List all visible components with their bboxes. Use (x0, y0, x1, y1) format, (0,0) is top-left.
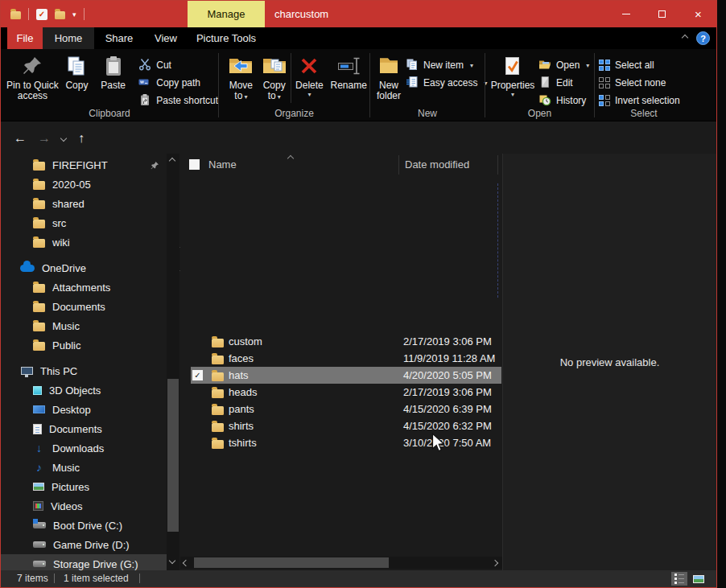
file-row-custom[interactable]: custom 2/17/2019 3:06 PM (191, 333, 501, 350)
delete-icon (299, 51, 320, 80)
sidebar-item-public[interactable]: Public (1, 335, 167, 355)
dropdown-icon: ▾ (511, 91, 514, 98)
select-all-button[interactable]: Select all (599, 56, 680, 74)
file-row-faces[interactable]: faces 11/9/2019 11:28 AM (191, 350, 501, 367)
sidebar-item-videos[interactable]: Videos (1, 496, 167, 516)
column-separator[interactable] (497, 155, 498, 175)
new-folder-icon (377, 51, 401, 80)
row-checkbox-checked[interactable]: ✓ (192, 370, 203, 380)
sidebar-item-attachments[interactable]: Attachments (1, 278, 167, 297)
copy-to-button[interactable]: Copy to▾ (258, 51, 291, 102)
sidebar-item-wiki[interactable]: wiki (1, 232, 167, 252)
copy-button[interactable]: Copy (60, 51, 94, 91)
easy-access-button[interactable]: Easy access ▾ (406, 74, 487, 92)
file-row-tshirts[interactable]: tshirts 3/10/2020 7:50 AM (191, 434, 501, 451)
horizontal-scrollbar[interactable] (180, 557, 502, 569)
drive-icon (33, 522, 46, 528)
collapse-ribbon-icon[interactable] (682, 35, 688, 41)
open-button[interactable]: Open ▾ (538, 56, 589, 74)
sidebar-item-pictures[interactable]: Pictures (1, 477, 167, 496)
tab-home[interactable]: Home (43, 27, 94, 49)
minimize-button[interactable] (608, 1, 644, 27)
sidebar-scrollbar[interactable] (167, 154, 179, 570)
scroll-down-icon[interactable] (169, 557, 175, 564)
qat-new-folder-icon[interactable] (55, 11, 65, 19)
up-button[interactable]: ↑ (72, 122, 91, 154)
music-note-icon: ♪ (33, 461, 45, 474)
scroll-right-icon[interactable] (492, 560, 498, 566)
pin-icon (21, 51, 43, 80)
select-none-button[interactable]: Select none (599, 74, 680, 92)
scroll-up-icon[interactable] (169, 158, 175, 164)
scrollbar-thumb[interactable] (167, 379, 179, 532)
rename-button[interactable]: Rename (328, 51, 369, 91)
file-row-shirts[interactable]: shirts 4/15/2020 6:32 PM (191, 417, 501, 434)
scroll-left-icon[interactable] (183, 560, 189, 566)
qat-folder-icon[interactable] (10, 11, 21, 19)
sidebar-item-onedrive[interactable]: OneDrive (1, 258, 167, 278)
dropdown-icon: ▾ (586, 62, 589, 69)
forward-button[interactable]: → (35, 122, 54, 154)
sidebar-item-documents[interactable]: Documents (1, 419, 167, 438)
manage-contextual-tab[interactable]: Manage (188, 1, 265, 27)
thumbnails-view-button[interactable] (691, 572, 707, 586)
invert-selection-button[interactable]: Invert selection (599, 92, 680, 109)
move-to-button[interactable]: Move to▾ (224, 51, 258, 102)
sidebar-item-music-onedrive[interactable]: Music (1, 316, 167, 335)
back-button[interactable]: ← (10, 122, 30, 154)
properties-button[interactable]: Properties ▾ (490, 51, 535, 98)
sidebar-item-2020-05[interactable]: 2020-05 (1, 175, 167, 194)
pin-to-quick-access-button[interactable]: Pin to Quick access (6, 51, 60, 101)
copy-path-button[interactable]: Copy path (138, 74, 218, 92)
file-row-pants[interactable]: pants 4/15/2020 6:39 PM (191, 401, 501, 417)
folder-icon (33, 239, 45, 248)
sidebar-item-3d-objects[interactable]: 3D Objects (1, 380, 167, 400)
sidebar-item-firefight[interactable]: FIREFIGHT (1, 155, 167, 175)
folder-icon (33, 220, 45, 228)
sidebar-item-music[interactable]: ♪Music (1, 458, 167, 477)
sidebar-item-documents-onedrive[interactable]: Documents (1, 297, 167, 316)
sidebar-item-boot-drive[interactable]: Boot Drive (C:) (1, 516, 167, 535)
sidebar-item-game-drive[interactable]: Game Drive (D:) (1, 535, 167, 554)
delete-button[interactable]: Delete ▾ (291, 51, 328, 98)
qat-customize-dropdown-icon[interactable]: ▾ (72, 10, 76, 19)
new-folder-button[interactable]: New folder (377, 51, 401, 101)
sidebar-item-this-pc[interactable]: This PC (1, 361, 167, 380)
group-new: New folder New item ▾ Easy access ▾ New (370, 49, 485, 121)
navigation-bar: ← → ↑ « Projects › Novetus › Novetus › s… (1, 122, 716, 154)
paste-shortcut-button[interactable]: Paste shortcut (138, 92, 218, 109)
window-controls: × (608, 1, 716, 27)
recent-locations-dropdown[interactable] (57, 122, 70, 154)
details-view-icon (674, 574, 684, 584)
help-button[interactable]: ? (696, 31, 710, 45)
tab-file[interactable]: File (7, 27, 43, 49)
select-none-icon (599, 77, 610, 88)
qat-properties-icon[interactable]: ✓ (36, 9, 47, 20)
column-header-date-modified[interactable]: Date modified (405, 158, 469, 171)
copy-icon (66, 51, 87, 80)
column-separator[interactable] (398, 155, 399, 175)
sidebar-item-downloads[interactable]: ↓Downloads (1, 438, 167, 458)
new-item-button[interactable]: New item ▾ (406, 56, 487, 74)
maximize-button[interactable] (644, 1, 680, 27)
tab-share[interactable]: Share (94, 27, 144, 49)
sidebar-item-desktop[interactable]: Desktop (1, 400, 167, 419)
scrollbar-thumb[interactable] (194, 557, 389, 568)
select-all-checkbox[interactable] (189, 159, 200, 170)
sidebar-item-storage-drive[interactable]: Storage Drive (G:) (1, 554, 167, 570)
close-button[interactable]: × (680, 1, 716, 27)
sidebar-item-src[interactable]: src (1, 213, 167, 232)
file-row-heads[interactable]: heads 2/17/2019 3:06 PM (191, 384, 501, 401)
file-row-hats[interactable]: ✓ hats 4/20/2020 5:05 PM (191, 367, 501, 384)
tab-view[interactable]: View (144, 27, 188, 49)
edit-button[interactable]: Edit (538, 74, 589, 92)
group-label-organize: Organize (219, 108, 369, 119)
sidebar-item-shared[interactable]: shared (1, 194, 167, 213)
paste-button[interactable]: Paste (94, 51, 132, 91)
column-header-name[interactable]: Name (208, 158, 237, 171)
history-button[interactable]: History (538, 92, 589, 109)
details-view-button[interactable] (671, 572, 687, 586)
move-to-icon (228, 51, 254, 80)
cut-button[interactable]: Cut (138, 56, 218, 74)
tab-picture-tools[interactable]: Picture Tools (188, 27, 265, 49)
